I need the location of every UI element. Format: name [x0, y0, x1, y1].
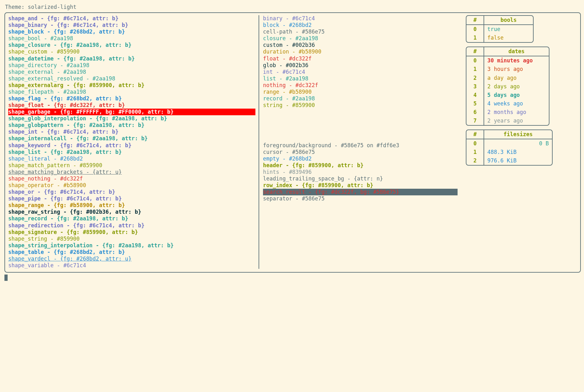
shapes-column: shape_and - {fg: #6c71c4, attr: b}shape_… — [8, 15, 259, 269]
shape-entry: shape_string - #859900 — [8, 236, 255, 242]
dates-table: #dates030 minutes ago13 hours ago2a day … — [466, 47, 549, 126]
misc-list: foreground/background - #586e75 on #fdf6… — [263, 142, 458, 202]
shape-entry: shape_bool - #2aa198 — [8, 35, 255, 42]
row-value: false — [484, 34, 533, 42]
row-index: 1 — [466, 148, 484, 156]
type-entry: list - #2aa198 — [263, 75, 458, 82]
row-index: 2 — [466, 74, 484, 82]
type-entry: int - #6c71c4 — [263, 69, 458, 75]
shape-entry: shape_pipe - {fg: #6c71c4, attr: b} — [8, 195, 255, 202]
shape-entry: shape_globpattern - {fg: #2aa198, attr: … — [8, 122, 255, 129]
row-value: 488.3 KiB — [484, 148, 552, 156]
type-entry: duration - #b58900 — [263, 48, 458, 55]
type-entry: float - #dc322f — [263, 55, 458, 62]
row-index: 0 — [466, 56, 484, 65]
shape-entry: shape_directory - #2aa198 — [8, 62, 255, 69]
shape-entry: shape_externalarg - {fg: #859900, attr: … — [8, 82, 255, 89]
misc-entry: header - {fg: #859900, attr: b} — [263, 162, 458, 169]
table-row: 13 hours ago — [466, 65, 549, 73]
shape-entry: shape_keyword - {fg: #6c71c4, attr: b} — [8, 142, 255, 149]
table-row: 2976.6 KiB — [466, 156, 552, 165]
table-row: 1false — [466, 34, 533, 42]
table-row: 1488.3 KiB — [466, 148, 552, 156]
shape-entry: shape_literal - #268bd2 — [8, 155, 255, 162]
shape-entry: shape_filepath - #2aa198 — [8, 89, 255, 95]
shape-entry: shape_float - {fg: #dc322f, attr: b} — [8, 102, 255, 109]
tables-column: #bools0true1false #dates030 minutes ago1… — [461, 15, 577, 269]
theme-label: Theme: — [5, 4, 28, 10]
row-index: 0 — [466, 139, 484, 148]
type-entry: closure - #2aa198 — [263, 35, 458, 42]
shape-entry: shape_garbage - {fg: #FFFFFF, bg: #FF000… — [8, 109, 255, 115]
table-val-header: filesizes — [484, 130, 552, 139]
shape-entry: shape_block - {fg: #268bd2, attr: b} — [8, 28, 255, 35]
table-header: #dates — [466, 47, 549, 56]
row-value: 2 days ago — [484, 82, 549, 91]
table-idx-header: # — [466, 130, 484, 139]
type-entry: glob - #002b36 — [263, 62, 458, 69]
row-value: 4 weeks ago — [484, 99, 549, 108]
row-value: a day ago — [484, 74, 549, 82]
table-header: #bools — [466, 16, 533, 25]
misc-entry: row_index - {fg: #859900, attr: b} — [263, 182, 458, 189]
shape-entry: shape_binary - {fg: #6c71c4, attr: b} — [8, 22, 255, 28]
table-row: 2a day ago — [466, 74, 549, 82]
row-index: 1 — [466, 65, 484, 73]
shape-entry: shape_vardecl - {fg: #268bd2, attr: u} — [8, 256, 255, 262]
row-index: 5 — [466, 99, 484, 108]
misc-entry: leading_trailing_space_bg - {attr: n} — [263, 175, 458, 182]
type-entry: string - #859900 — [263, 102, 458, 109]
shape-entry: shape_closure - {fg: #2aa198, attr: b} — [8, 42, 255, 48]
theme-preview-panel: shape_and - {fg: #6c71c4, attr: b}shape_… — [4, 12, 581, 273]
misc-entry: separator - #586e75 — [263, 195, 458, 202]
row-index: 0 — [466, 25, 484, 34]
table-row: 00 B — [466, 139, 552, 148]
type-entry: cell-path - #586e75 — [263, 28, 458, 35]
terminal-cursor — [4, 275, 8, 281]
misc-entry: cursor - #586e75 — [263, 149, 458, 155]
row-value: 3 hours ago — [484, 65, 549, 73]
shape-entry: shape_external_resolved - #2aa198 — [8, 75, 255, 82]
theme-name: solarized-light — [28, 4, 77, 10]
misc-entry: empty - #268bd2 — [263, 155, 458, 162]
type-entry: record - #2aa198 — [263, 95, 458, 102]
types-list: binary - #6c71c4block - #268bd2cell-path… — [263, 15, 458, 109]
shape-entry: shape_or - {fg: #6c71c4, attr: b} — [8, 189, 255, 195]
shape-entry: shape_flag - {fg: #268bd2, attr: b} — [8, 95, 255, 102]
table-header: #filesizes — [466, 130, 552, 139]
shape-entry: shape_record - {fg: #2aa198, attr: b} — [8, 215, 255, 222]
shape-entry: shape_datetime - {fg: #2aa198, attr: b} — [8, 55, 255, 62]
row-value: 0 B — [484, 139, 552, 148]
row-index: 7 — [466, 117, 484, 125]
type-entry: block - #268bd2 — [263, 22, 458, 28]
shape-entry: shape_custom - #859900 — [8, 48, 255, 55]
spacer — [263, 109, 458, 142]
table-row: 030 minutes ago — [466, 56, 549, 65]
shape-entry: shape_redirection - {fg: #6c71c4, attr: … — [8, 222, 255, 229]
bools-table: #bools0true1false — [466, 15, 534, 43]
row-value: 976.6 KiB — [484, 156, 552, 165]
table-row: 54 weeks ago — [466, 99, 549, 108]
shape-entry: shape_internalcall - {fg: #2aa198, attr:… — [8, 135, 255, 142]
row-index: 4 — [466, 91, 484, 99]
row-value: 2 years ago — [484, 117, 549, 125]
misc-entry: hints - #839496 — [263, 169, 458, 175]
row-value: true — [484, 25, 533, 34]
table-idx-header: # — [466, 16, 484, 24]
table-row: 62 months ago — [466, 108, 549, 117]
table-row: 45 days ago — [466, 91, 549, 99]
type-entry: nothing - #dc322f — [263, 82, 458, 89]
type-entry: range - #b58900 — [263, 89, 458, 95]
row-index: 3 — [466, 82, 484, 91]
shape-entry: shape_matching_brackets - {attr: u} — [8, 169, 255, 175]
misc-entry: search_result - {fg: #dc322f, bg: #586e7… — [263, 189, 458, 195]
row-value: 30 minutes ago — [484, 56, 549, 65]
filesizes-table: #filesizes00 B1488.3 KiB2976.6 KiB — [466, 130, 553, 166]
shape-entry: shape_and - {fg: #6c71c4, attr: b} — [8, 15, 255, 22]
shape-entry: shape_variable - #6c71c4 — [8, 262, 255, 269]
table-val-header: bools — [484, 16, 533, 24]
table-row: 72 years ago — [466, 117, 549, 125]
shape-entry: shape_operator - #b58900 — [8, 182, 255, 189]
type-entry: binary - #6c71c4 — [263, 15, 458, 22]
table-row: 32 days ago — [466, 82, 549, 91]
